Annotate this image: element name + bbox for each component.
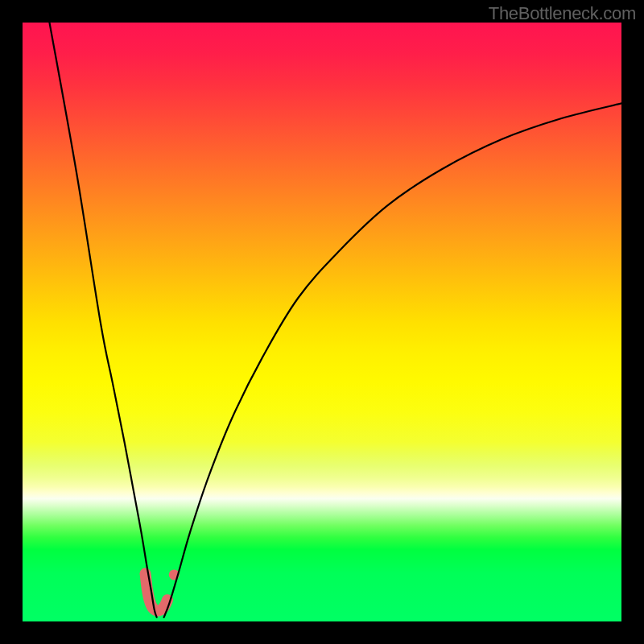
right-branch [164, 103, 621, 617]
plot-area [23, 23, 621, 621]
watermark: TheBottleneck.com [489, 3, 636, 24]
left-branch [49, 23, 156, 617]
curves-svg [23, 23, 621, 621]
bottleneck-chart: TheBottleneck.com [0, 0, 644, 644]
